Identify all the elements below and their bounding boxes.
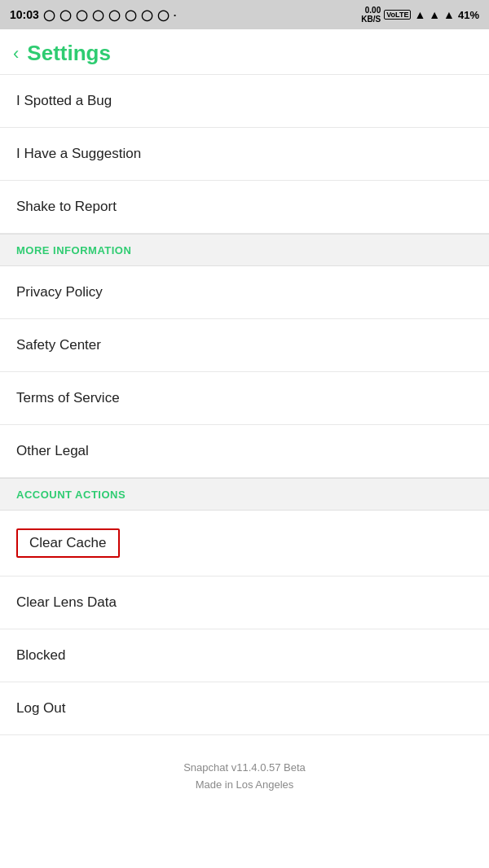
app-footer: Snapchat v11.4.0.57 Beta Made in Los Ang… bbox=[0, 735, 489, 810]
app-icon1: ◯ bbox=[141, 9, 153, 21]
back-button[interactable]: ‹ bbox=[13, 43, 19, 64]
facebook-icon: ◯ bbox=[43, 9, 55, 21]
wifi-icon: ▲ bbox=[414, 8, 425, 21]
footer-version: Snapchat v11.4.0.57 Beta bbox=[183, 761, 306, 774]
signal-icon1: ▲ bbox=[429, 8, 440, 21]
blocked-label: Blocked bbox=[16, 647, 65, 663]
privacy-policy-item[interactable]: Privacy Policy bbox=[0, 266, 489, 319]
spotted-bug-item[interactable]: I Spotted a Bug bbox=[0, 75, 489, 128]
clear-lens-data-label: Clear Lens Data bbox=[16, 594, 117, 610]
account-actions-section: Clear Cache Clear Lens Data Blocked Log … bbox=[0, 511, 489, 735]
other-legal-item[interactable]: Other Legal bbox=[0, 425, 489, 478]
clear-cache-label: Clear Cache bbox=[16, 528, 120, 558]
volte-badge: VoLTE bbox=[384, 10, 411, 20]
twitter-icon2: ◯ bbox=[157, 9, 170, 21]
safety-center-item[interactable]: Safety Center bbox=[0, 319, 489, 372]
terms-of-service-label: Terms of Service bbox=[16, 390, 120, 406]
snapchat-icon1: ◯ bbox=[76, 9, 88, 21]
log-out-label: Log Out bbox=[16, 700, 66, 716]
terms-of-service-item[interactable]: Terms of Service bbox=[0, 372, 489, 425]
footer-text: Snapchat v11.4.0.57 Beta Made in Los Ang… bbox=[16, 760, 473, 794]
clear-cache-item[interactable]: Clear Cache bbox=[0, 511, 489, 576]
shake-report-item[interactable]: Shake to Report bbox=[0, 181, 489, 234]
page-title: Settings bbox=[27, 41, 111, 66]
data-speed: 0.00KB/S bbox=[361, 6, 381, 24]
more-information-header: MORE INFORMATION bbox=[0, 234, 489, 266]
status-bar: 10:03 ◯ ◯ ◯ ◯ ◯ ◯ ◯ ◯ · 0.00KB/S VoLTE ▲… bbox=[0, 0, 489, 29]
more-information-label: MORE INFORMATION bbox=[16, 244, 131, 256]
shake-report-label: Shake to Report bbox=[16, 199, 117, 214]
top-menu-section: I Spotted a Bug I Have a Suggestion Shak… bbox=[0, 75, 489, 234]
log-out-item[interactable]: Log Out bbox=[0, 682, 489, 735]
status-left: 10:03 ◯ ◯ ◯ ◯ ◯ ◯ ◯ ◯ · bbox=[10, 8, 176, 21]
account-actions-header: ACCOUNT ACTIONS bbox=[0, 478, 489, 511]
snapchat-icon2: ◯ bbox=[92, 9, 104, 21]
account-actions-label: ACCOUNT ACTIONS bbox=[16, 489, 126, 501]
instagram-icon: ◯ bbox=[59, 9, 72, 21]
snapchat-icon3: ◯ bbox=[108, 9, 121, 21]
status-time: 10:03 bbox=[10, 8, 39, 21]
battery-percentage: 41% bbox=[458, 9, 479, 21]
clear-lens-data-item[interactable]: Clear Lens Data bbox=[0, 576, 489, 629]
twitter-icon1: ◯ bbox=[125, 9, 137, 21]
signal-icon2: ▲ bbox=[443, 8, 455, 21]
dot-separator: · bbox=[174, 9, 177, 21]
more-information-section: Privacy Policy Safety Center Terms of Se… bbox=[0, 266, 489, 478]
privacy-policy-label: Privacy Policy bbox=[16, 284, 103, 300]
suggestion-label: I Have a Suggestion bbox=[16, 146, 141, 161]
status-right: 0.00KB/S VoLTE ▲ ▲ ▲ 41% bbox=[361, 6, 479, 24]
other-legal-label: Other Legal bbox=[16, 443, 89, 458]
safety-center-label: Safety Center bbox=[16, 337, 101, 353]
blocked-item[interactable]: Blocked bbox=[0, 629, 489, 682]
suggestion-item[interactable]: I Have a Suggestion bbox=[0, 128, 489, 181]
spotted-bug-label: I Spotted a Bug bbox=[16, 93, 112, 108]
footer-location: Made in Los Angeles bbox=[196, 778, 294, 791]
settings-header: ‹ Settings bbox=[0, 29, 489, 75]
